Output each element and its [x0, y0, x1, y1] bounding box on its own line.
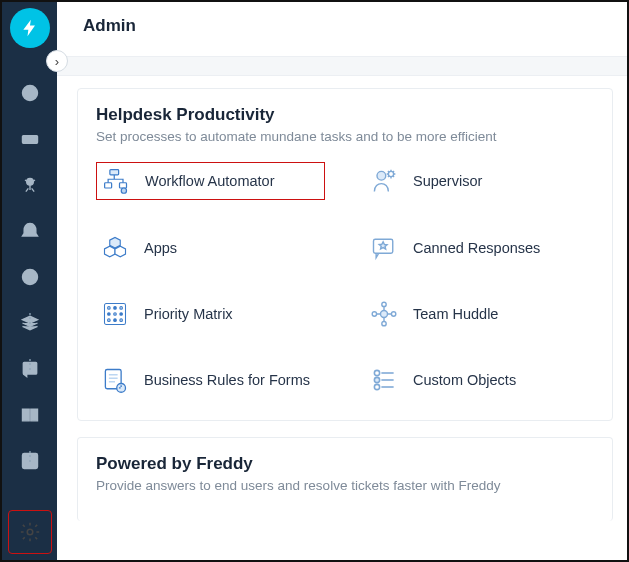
item-apps[interactable]: Apps [96, 230, 325, 266]
svg-rect-8 [110, 170, 119, 175]
workflow-icon [101, 166, 131, 196]
svg-rect-9 [105, 183, 112, 188]
svg-point-22 [108, 319, 111, 322]
svg-point-28 [372, 312, 376, 316]
section-spacer [57, 56, 627, 76]
nav-solutions[interactable]: ⋮ [20, 346, 40, 392]
item-supervisor[interactable]: Supervisor [365, 162, 594, 200]
brand-logo[interactable] [10, 8, 50, 48]
item-canned-responses[interactable]: Canned Responses [365, 230, 594, 266]
item-label: Business Rules for Forms [144, 372, 310, 388]
item-business-rules[interactable]: Business Rules for Forms [96, 362, 325, 398]
svg-point-33 [374, 377, 379, 382]
nav-admin-settings[interactable] [8, 510, 52, 554]
section-title: Powered by Freddy [96, 454, 594, 474]
svg-point-29 [391, 312, 395, 316]
canned-icon [369, 233, 399, 263]
supervisor-icon [369, 166, 399, 196]
section-subtitle: Set processes to automate mundane tasks … [96, 129, 594, 144]
svg-rect-2 [22, 136, 37, 144]
svg-point-20 [114, 313, 117, 316]
item-workflow-automator[interactable]: Workflow Automator [96, 162, 325, 200]
svg-point-11 [121, 188, 126, 193]
item-label: Priority Matrix [144, 306, 233, 322]
sidebar: › ⋮ ⋮ [2, 2, 57, 560]
item-label: Supervisor [413, 173, 482, 189]
more-dots-icon: ⋮ [24, 454, 36, 458]
svg-point-16 [108, 307, 111, 310]
item-label: Workflow Automator [145, 173, 274, 189]
svg-point-1 [28, 92, 31, 95]
svg-point-19 [108, 313, 111, 316]
svg-point-26 [382, 302, 386, 306]
nav-releases[interactable] [20, 254, 40, 300]
nav-tickets[interactable] [20, 116, 40, 162]
page-title: Admin [83, 16, 607, 36]
svg-point-18 [120, 307, 123, 310]
apps-icon [100, 233, 130, 263]
svg-point-17 [114, 307, 117, 310]
svg-point-27 [382, 321, 386, 325]
svg-point-4 [22, 270, 37, 285]
freddy-section: Powered by Freddy Provide answers to end… [77, 437, 613, 521]
svg-point-25 [381, 311, 388, 318]
svg-point-12 [377, 171, 386, 180]
item-label: Team Huddle [413, 306, 498, 322]
productivity-section: Helpdesk Productivity Set processes to a… [77, 88, 613, 421]
item-custom-objects[interactable]: Custom Objects [365, 362, 594, 398]
custom-objects-icon [369, 365, 399, 395]
main-content: Admin Helpdesk Productivity Set processe… [57, 2, 627, 560]
nav-problems[interactable] [20, 162, 40, 208]
more-dots-icon: ⋮ [24, 362, 36, 366]
item-team-huddle[interactable]: Team Huddle [365, 296, 594, 332]
svg-point-31 [117, 384, 126, 393]
svg-point-13 [388, 171, 393, 176]
svg-point-21 [120, 313, 123, 316]
svg-point-3 [26, 178, 33, 185]
svg-rect-10 [120, 183, 127, 188]
sidebar-nav: ⋮ ⋮ ⋮ [20, 58, 40, 506]
item-label: Custom Objects [413, 372, 516, 388]
svg-point-34 [374, 384, 379, 389]
nav-dashboard[interactable] [20, 70, 40, 116]
item-label: Apps [144, 240, 177, 256]
svg-point-7 [27, 529, 33, 535]
svg-point-32 [374, 370, 379, 375]
matrix-icon [100, 299, 130, 329]
section-subtitle: Provide answers to end users and resolve… [96, 478, 594, 493]
svg-point-24 [120, 319, 123, 322]
more-dots-icon: ⋮ [24, 316, 36, 320]
svg-point-23 [114, 319, 117, 322]
collapse-sidebar-button[interactable]: › [46, 50, 68, 72]
item-priority-matrix[interactable]: Priority Matrix [96, 296, 325, 332]
nav-knowledge[interactable] [20, 392, 40, 438]
nav-assets[interactable]: ⋮ [20, 300, 40, 346]
nav-changes[interactable] [20, 208, 40, 254]
nav-reports[interactable]: ⋮ [20, 438, 40, 484]
page-header: Admin [57, 2, 627, 46]
huddle-icon [369, 299, 399, 329]
rules-icon [100, 365, 130, 395]
section-title: Helpdesk Productivity [96, 105, 594, 125]
item-label: Canned Responses [413, 240, 540, 256]
